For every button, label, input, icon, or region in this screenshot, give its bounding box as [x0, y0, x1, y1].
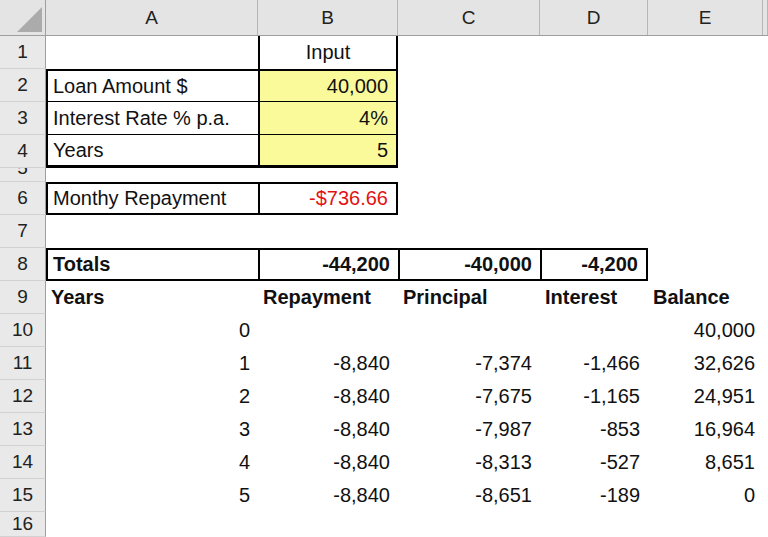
cell-b15-repayment[interactable]: -8,840: [258, 479, 398, 512]
cell-c11-principal[interactable]: -7,374: [398, 347, 540, 380]
cell-c9-principal-header[interactable]: Principal: [398, 281, 540, 314]
cell-a11-year[interactable]: 1: [46, 347, 258, 380]
spreadsheet: A B C D E 1 Input 2 Loan Amount $ 40,000…: [0, 0, 768, 537]
row-header-10[interactable]: 10: [0, 314, 46, 347]
cell-c14-principal[interactable]: -8,313: [398, 446, 540, 479]
cell-a3-interest-rate-label[interactable]: Interest Rate % p.a.: [46, 102, 258, 135]
cell-b3-interest-rate-value[interactable]: 4%: [258, 102, 398, 135]
row-header-15[interactable]: 15: [0, 479, 46, 512]
cell-b14-repayment[interactable]: -8,840: [258, 446, 398, 479]
cell-c15-principal[interactable]: -8,651: [398, 479, 540, 512]
cell-b9-repayment-header[interactable]: Repayment: [258, 281, 398, 314]
cell-b10-repayment[interactable]: [258, 314, 398, 347]
row-header-3[interactable]: 3: [0, 102, 46, 135]
row-header-5[interactable]: 5: [0, 168, 46, 182]
cell-b6-monthly-repayment-value[interactable]: -$736.66: [258, 182, 398, 215]
cell-d13-interest[interactable]: -853: [540, 413, 648, 446]
sheet-row-2: 2 Loan Amount $ 40,000: [0, 69, 768, 102]
sheet-row-7: 7: [0, 215, 768, 248]
amortization-row: 14 4 -8,840 -8,313 -527 8,651: [0, 446, 768, 479]
cell-d11-interest[interactable]: -1,466: [540, 347, 648, 380]
row-header-11[interactable]: 11: [0, 347, 46, 380]
amortization-row: 15 5 -8,840 -8,651 -189 0: [0, 479, 768, 512]
column-header-d[interactable]: D: [540, 0, 648, 35]
select-all-corner[interactable]: [0, 0, 46, 35]
cell-e15-balance[interactable]: 0: [648, 479, 763, 512]
cell-d8-total-interest[interactable]: -4,200: [540, 248, 648, 281]
column-header-strip: A B C D E: [0, 0, 768, 36]
cell-b5[interactable]: [258, 168, 398, 182]
cell-b13-repayment[interactable]: -8,840: [258, 413, 398, 446]
cell-b2-loan-amount-value[interactable]: 40,000: [258, 69, 398, 102]
row-header-6[interactable]: 6: [0, 182, 46, 215]
cell-a7[interactable]: [46, 215, 258, 248]
cell-a9-years-header[interactable]: Years: [46, 281, 258, 314]
row-header-9[interactable]: 9: [0, 281, 46, 314]
cell-a6-monthly-repayment-label[interactable]: Monthy Repayment: [46, 182, 258, 215]
row-header-14[interactable]: 14: [0, 446, 46, 479]
column-header-b[interactable]: B: [258, 0, 398, 35]
cell-d10-interest[interactable]: [540, 314, 648, 347]
cell-a12-year[interactable]: 2: [46, 380, 258, 413]
column-header-e[interactable]: E: [648, 0, 763, 35]
row-header-2[interactable]: 2: [0, 69, 46, 102]
amortization-row: 11 1 -8,840 -7,374 -1,466 32,626: [0, 347, 768, 380]
cell-e12-balance[interactable]: 24,951: [648, 380, 763, 413]
sheet-row-4: 4 Years 5: [0, 135, 768, 168]
sheet-row-8-totals: 8 Totals -44,200 -40,000 -4,200: [0, 248, 768, 281]
cell-e13-balance[interactable]: 16,964: [648, 413, 763, 446]
sheet-row-16: 16: [0, 512, 768, 537]
row-header-1[interactable]: 1: [0, 36, 46, 69]
cell-b8-total-repayment[interactable]: -44,200: [258, 248, 398, 281]
sheet-row-5-collapsed: 5: [0, 168, 768, 182]
row-header-7[interactable]: 7: [0, 215, 46, 248]
cell-c8-total-principal[interactable]: -40,000: [398, 248, 540, 281]
cell-b1-input-title[interactable]: Input: [258, 36, 398, 69]
cell-e9-balance-header[interactable]: Balance: [648, 281, 763, 314]
sheet-row-3: 3 Interest Rate % p.a. 4%: [0, 102, 768, 135]
cell-a16[interactable]: [46, 512, 258, 537]
cell-a15-year[interactable]: 5: [46, 479, 258, 512]
sheet-row-1: 1 Input: [0, 36, 768, 69]
cell-b4-years-value[interactable]: 5: [258, 135, 398, 168]
cell-b11-repayment[interactable]: -8,840: [258, 347, 398, 380]
row-header-8[interactable]: 8: [0, 248, 46, 281]
cell-e14-balance[interactable]: 8,651: [648, 446, 763, 479]
cell-d15-interest[interactable]: -189: [540, 479, 648, 512]
cell-c13-principal[interactable]: -7,987: [398, 413, 540, 446]
column-header-a[interactable]: A: [46, 0, 258, 35]
select-all-triangle-icon: [17, 7, 42, 32]
cell-a8-totals-label[interactable]: Totals: [46, 248, 258, 281]
cell-d14-interest[interactable]: -527: [540, 446, 648, 479]
cell-a13-year[interactable]: 3: [46, 413, 258, 446]
amortization-row: 12 2 -8,840 -7,675 -1,165 24,951: [0, 380, 768, 413]
sheet-row-9-table-headers: 9 Years Repayment Principal Interest Bal…: [0, 281, 768, 314]
sheet-row-6: 6 Monthy Repayment -$736.66: [0, 182, 768, 215]
amortization-row: 13 3 -8,840 -7,987 -853 16,964: [0, 413, 768, 446]
cell-a5[interactable]: [46, 168, 258, 182]
cell-a10-year[interactable]: 0: [46, 314, 258, 347]
amortization-row: 10 0 40,000: [0, 314, 768, 347]
cell-b12-repayment[interactable]: -8,840: [258, 380, 398, 413]
column-header-c[interactable]: C: [398, 0, 540, 35]
row-header-16[interactable]: 16: [0, 512, 46, 537]
row-header-4[interactable]: 4: [0, 135, 46, 168]
cell-a14-year[interactable]: 4: [46, 446, 258, 479]
cell-a4-years-label[interactable]: Years: [46, 135, 258, 168]
row-header-5-clipped-number: 5: [0, 168, 45, 180]
cell-e10-balance[interactable]: 40,000: [648, 314, 763, 347]
cell-d9-interest-header[interactable]: Interest: [540, 281, 648, 314]
row-header-13[interactable]: 13: [0, 413, 46, 446]
column-header-filler: [763, 0, 768, 35]
cell-e11-balance[interactable]: 32,626: [648, 347, 763, 380]
cell-a1[interactable]: [46, 36, 258, 69]
cell-c12-principal[interactable]: -7,675: [398, 380, 540, 413]
cell-c10-principal[interactable]: [398, 314, 540, 347]
row-header-12[interactable]: 12: [0, 380, 46, 413]
cell-d12-interest[interactable]: -1,165: [540, 380, 648, 413]
cell-a2-loan-amount-label[interactable]: Loan Amount $: [46, 69, 258, 102]
